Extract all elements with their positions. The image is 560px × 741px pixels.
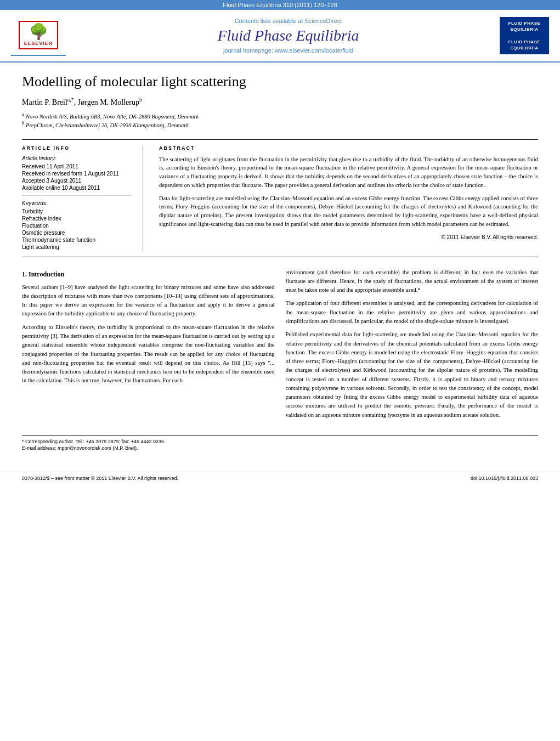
journal-header: 🌳 ELSEVIER Contents lists available at S…: [0, 10, 560, 63]
keywords-list: Turbidity Refractive index Fluctuation O…: [22, 208, 131, 250]
affil-b-sup: b: [22, 120, 24, 126]
elsevier-logo: 🌳 ELSEVIER: [11, 15, 66, 56]
elsevier-tree-icon: 🌳: [29, 24, 48, 39]
intro-para-1: Several authors [1–9] have analysed the …: [22, 283, 275, 319]
affiliation-a: a Novo Nordisk A/S, Building 6B3, Novo A…: [22, 111, 538, 120]
elsevier-text: ELSEVIER: [24, 41, 53, 46]
footer-copyright: 0378-3812/$ – see front matter © 2011 El…: [22, 476, 178, 481]
affiliations: a Novo Nordisk A/S, Building 6B3, Novo A…: [22, 111, 538, 128]
footnote-email: E-mail address: mpbr@novonordisk.com (M.…: [22, 445, 538, 451]
article-info-heading: ARTICLE INFO: [22, 145, 131, 151]
body-left-col: 1. Introduction Several authors [1–9] ha…: [22, 268, 275, 424]
date-online: Available online 10 August 2011: [22, 185, 131, 191]
author-sep: , Jørgen M. Mollerup: [74, 98, 139, 106]
body-columns: 1. Introduction Several authors [1–9] ha…: [22, 268, 538, 424]
date-received: Received 11 April 2011: [22, 163, 131, 169]
affil-b-text: PrepChrom, Christiansholmsvej 26, DK-293…: [26, 122, 189, 128]
journal-center: Contents lists available at ScienceDirec…: [77, 18, 500, 54]
article-info: ARTICLE INFO Article history: Received 1…: [22, 145, 143, 251]
affil-a-sup: a: [22, 111, 24, 117]
keywords-label: Keywords:: [22, 200, 131, 206]
banner-text: Fluid Phase Equilibria 310 (2011) 120–12…: [223, 2, 337, 8]
info-section: ARTICLE INFO Article history: Received 1…: [22, 139, 538, 257]
homepage-link[interactable]: journal homepage: www.elsevier.com/locat…: [77, 47, 500, 54]
article-container: Modelling of molecular light scattering …: [0, 63, 560, 463]
article-dates: Received 11 April 2011 Received in revis…: [22, 163, 131, 191]
section-1-heading: 1. Introduction: [22, 270, 275, 279]
author-1-sup: a,*: [67, 97, 74, 103]
affil-a-text: Novo Nordisk A/S, Building 6B3, Novo All…: [26, 113, 199, 119]
kw-1: Turbidity: [22, 208, 131, 214]
kw-5: Thermodynamic state function: [22, 237, 131, 243]
abstract-para-2: Data for light-scattering are modelled u…: [159, 194, 538, 229]
author-1: Martin P. Breil: [22, 98, 67, 106]
history-label: Article history:: [22, 155, 131, 161]
footnote-star: * Corresponding author. Tel.: +45 3079 2…: [22, 439, 538, 444]
abstract-section: ABSTRACT The scattering of light origina…: [159, 145, 538, 251]
top-banner: Fluid Phase Equilibria 310 (2011) 120–12…: [0, 0, 560, 10]
article-footer: * Corresponding author. Tel.: +45 3079 2…: [22, 435, 538, 451]
right-para-1: environment (and therefore for each ense…: [286, 268, 539, 295]
abstract-para-1: The scattering of light originates from …: [159, 155, 538, 190]
kw-6: Light scattering: [22, 244, 131, 250]
contents-link[interactable]: Contents lists available at ScienceDirec…: [77, 18, 500, 24]
page-footer: 0378-3812/$ – see front matter © 2011 El…: [0, 472, 560, 484]
abstract-heading: ABSTRACT: [159, 145, 538, 151]
authors-line: Martin P. Breila,*, Jørgen M. Mollerupb: [22, 97, 538, 107]
right-para-3: Published experimental data for light-sc…: [286, 330, 539, 420]
date-accepted: Accepted 3 August 2011: [22, 178, 131, 184]
footnote-email-text: E-mail address: mpbr@novonordisk.com (M.…: [22, 445, 138, 451]
author-2-sup: b: [139, 97, 142, 103]
article-title: Modelling of molecular light scattering: [22, 73, 538, 90]
kw-3: Fluctuation: [22, 223, 131, 229]
elsevier-logo-box: 🌳 ELSEVIER: [19, 21, 59, 49]
copyright: © 2011 Elsevier B.V. All rights reserved…: [159, 234, 538, 240]
body-right-col: environment (and therefore for each ense…: [286, 268, 539, 424]
right-para-2: The application of four different ensemb…: [286, 299, 539, 326]
info-divider: [22, 195, 131, 196]
kw-4: Osmotic pressure: [22, 230, 131, 236]
kw-2: Refractive index: [22, 216, 131, 222]
footer-doi: doi:10.1016/j.fluid.2011.08.003: [471, 476, 538, 481]
affiliation-b: b PrepChrom, Christiansholmsvej 26, DK-2…: [22, 120, 538, 128]
journal-title: Fluid Phase Equilibria: [77, 27, 500, 44]
homepage-text: journal homepage: www.elsevier.com/locat…: [223, 47, 353, 54]
contents-text: Contents lists available at ScienceDirec…: [235, 18, 342, 24]
logo-right-title: FLUID PHASEEQUILIBRIAFLUID PHASEEQUILIBR…: [503, 20, 546, 51]
intro-para-2: According to Einstein's theory, the turb…: [22, 323, 275, 386]
date-revised: Received in revised form 1 August 2011: [22, 171, 131, 177]
journal-logo-right: FLUID PHASEEQUILIBRIAFLUID PHASEEQUILIBR…: [500, 17, 549, 54]
